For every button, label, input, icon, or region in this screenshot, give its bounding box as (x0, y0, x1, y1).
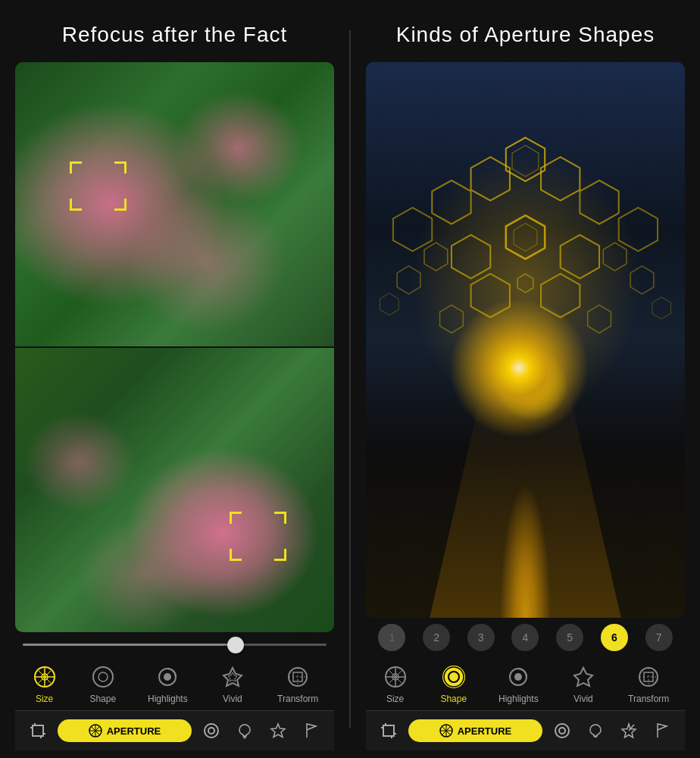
svg-marker-39 (561, 235, 599, 279)
hexagon-overlay-svg (366, 62, 685, 618)
right-image-container (366, 62, 685, 618)
svg-marker-40 (506, 215, 545, 259)
svg-point-63 (514, 673, 522, 681)
right-tool-transform[interactable]: Transform (628, 663, 669, 704)
svg-rect-15 (33, 725, 43, 736)
left-panel: Refocus after the Fact (0, 0, 349, 758)
right-aperture-label: APERTURE (458, 725, 512, 737)
svg-marker-43 (541, 274, 580, 318)
left-image-container (15, 62, 334, 632)
svg-marker-51 (440, 305, 464, 333)
svg-marker-37 (619, 208, 658, 252)
svg-marker-47 (630, 266, 654, 294)
right-tool-vivid-label: Vivid (573, 694, 593, 704)
svg-marker-44 (424, 243, 448, 271)
left-star-btn[interactable] (264, 717, 292, 744)
left-film-btn[interactable] (198, 717, 225, 744)
right-aperture-button[interactable]: APERTURE (408, 719, 542, 742)
left-bottom-bar: APERTURE (15, 710, 334, 750)
right-vivid-icon (570, 663, 597, 691)
svg-marker-50 (652, 297, 671, 319)
right-title: Kinds of Aperture Shapes (366, 0, 685, 62)
right-num-3[interactable]: 3 (467, 624, 495, 651)
svg-marker-10 (223, 668, 242, 686)
left-tool-vivid-label: Vivid (223, 694, 242, 704)
svg-point-59 (442, 666, 465, 688)
right-transform-icon (635, 663, 662, 691)
right-num-5[interactable]: 5 (556, 624, 583, 651)
left-tool-shape-label: Shape (89, 694, 116, 704)
left-crop-btn[interactable] (24, 717, 52, 744)
svg-marker-42 (471, 274, 510, 318)
left-aperture-button[interactable]: APERTURE (58, 719, 192, 742)
svg-marker-38 (452, 235, 490, 279)
right-film-btn[interactable] (548, 717, 576, 744)
left-flag-btn[interactable] (298, 717, 325, 744)
left-aperture-label: APERTURE (107, 725, 161, 737)
flower-bottom-photo (15, 348, 334, 632)
right-tool-vivid[interactable]: Vivid (570, 663, 597, 704)
shape-icon (89, 663, 117, 691)
right-tool-transform-label: Transform (628, 694, 669, 704)
left-tool-transform[interactable]: Transform (277, 663, 318, 704)
right-tool-size-label: Size (386, 694, 404, 704)
svg-marker-32 (471, 157, 510, 201)
right-star-btn[interactable] (615, 717, 642, 744)
right-tools-row: Size Shape (366, 657, 685, 710)
svg-marker-64 (574, 668, 592, 686)
left-slider-area (15, 632, 334, 657)
svg-point-79 (559, 728, 565, 734)
left-image-bottom (15, 348, 334, 632)
right-tool-highlights[interactable]: Highlights (498, 663, 539, 704)
svg-marker-35 (580, 180, 618, 224)
svg-marker-45 (603, 243, 627, 271)
right-tool-shape[interactable]: Shape (440, 663, 467, 704)
right-bulb-btn[interactable] (582, 717, 609, 744)
left-slider-track[interactable] (23, 644, 327, 646)
right-shape-icon (440, 663, 467, 691)
right-numbers-row: 1 2 3 4 5 6 7 (366, 618, 685, 657)
right-crop-btn[interactable] (375, 717, 402, 744)
right-num-7[interactable]: 7 (645, 624, 673, 651)
left-title: Refocus after the Fact (15, 0, 334, 62)
right-flag-btn[interactable] (648, 717, 676, 744)
svg-point-7 (98, 672, 108, 681)
left-tool-transform-label: Transform (277, 694, 318, 704)
right-size-icon (382, 663, 409, 691)
right-bottom-bar: APERTURE (366, 710, 685, 750)
svg-point-25 (205, 724, 218, 738)
focus-bracket-top (70, 161, 127, 211)
right-tool-size[interactable]: Size (382, 663, 409, 704)
right-num-2[interactable]: 2 (423, 624, 450, 651)
svg-marker-52 (588, 305, 611, 333)
num-3-label: 3 (478, 631, 484, 644)
num-7-label: 7 (656, 631, 662, 644)
left-slider-fill (23, 644, 236, 646)
night-road-photo (366, 62, 685, 618)
svg-marker-29 (271, 724, 285, 738)
svg-rect-68 (383, 725, 394, 736)
num-4-label: 4 (523, 631, 529, 644)
left-tool-vivid[interactable]: Vivid (219, 663, 246, 704)
right-num-6[interactable]: 6 (601, 624, 628, 651)
num-5-label: 5 (567, 631, 573, 644)
left-tool-shape[interactable]: Shape (89, 663, 117, 704)
left-slider-thumb[interactable] (227, 637, 244, 653)
right-num-1[interactable]: 1 (378, 624, 405, 651)
focus-bracket-bottom (230, 512, 286, 561)
right-tool-shape-label: Shape (440, 694, 467, 704)
svg-marker-31 (512, 146, 539, 177)
main-container: Refocus after the Fact (0, 0, 700, 758)
highlights-icon (154, 663, 181, 691)
left-image-top (15, 62, 334, 348)
left-tool-size-label: Size (36, 694, 53, 704)
right-highlights-icon (505, 663, 532, 691)
svg-marker-48 (517, 274, 533, 293)
left-bulb-btn[interactable] (231, 717, 258, 744)
left-tool-size[interactable]: Size (31, 663, 58, 704)
num-6-label: 6 (611, 631, 617, 644)
svg-marker-34 (432, 180, 470, 224)
left-tool-highlights[interactable]: Highlights (148, 663, 188, 704)
svg-point-26 (208, 728, 214, 734)
right-num-4[interactable]: 4 (511, 624, 539, 651)
